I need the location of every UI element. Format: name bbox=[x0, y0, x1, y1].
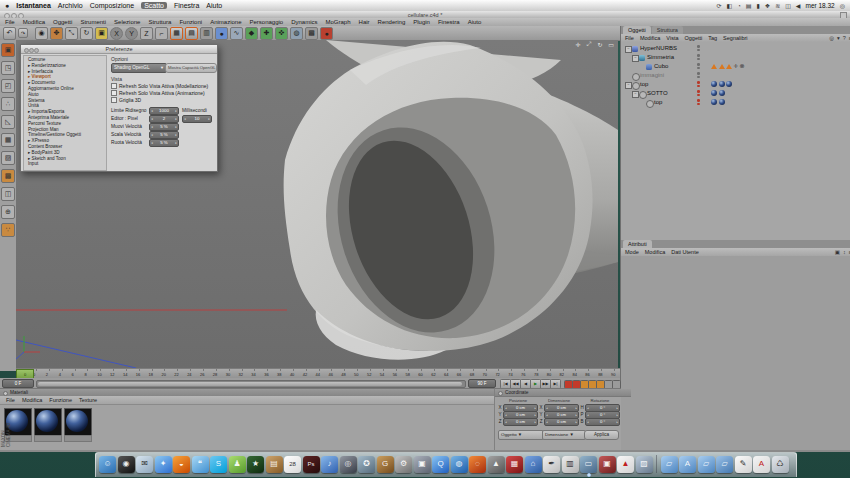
lock-z-axis-icon[interactable]: Z bbox=[140, 27, 153, 40]
dock-pdf-document[interactable]: A bbox=[753, 456, 770, 473]
material-tag-icon[interactable] bbox=[719, 99, 725, 105]
c4d-menu-dynamics[interactable]: Dynamics bbox=[291, 19, 317, 25]
dock-acrobat-reader[interactable]: ▲ bbox=[617, 456, 634, 473]
field-editor-pixel[interactable]: ◂2▸ bbox=[149, 115, 179, 123]
scale-tool-icon[interactable]: ⤡ bbox=[65, 27, 78, 40]
material-tag-icon[interactable] bbox=[711, 99, 717, 105]
c4d-menu-funzioni[interactable]: Funzioni bbox=[179, 19, 202, 25]
coord-field-rotazione-b[interactable]: ◂0 °▸ bbox=[585, 418, 620, 426]
phong-tag-icon[interactable] bbox=[711, 64, 717, 69]
orbit-view-icon[interactable]: ↻ bbox=[596, 41, 604, 48]
om-menu-tag[interactable]: Tag bbox=[708, 35, 717, 41]
search-icon[interactable]: ◎ bbox=[829, 35, 834, 41]
bookmark-icon[interactable]: ▾ bbox=[837, 35, 840, 41]
material-tag-icon[interactable] bbox=[719, 90, 725, 96]
add-spline-icon[interactable]: ∿ bbox=[230, 27, 243, 40]
c4d-menu-finestra[interactable]: Finestra bbox=[438, 19, 460, 25]
bluetooth-status-icon[interactable]: ❖ bbox=[765, 2, 770, 9]
redo-icon[interactable]: ↷ bbox=[18, 28, 28, 38]
render-picture-viewer-icon[interactable]: ▥ bbox=[200, 27, 213, 40]
dock-folder-stack[interactable]: ▱ bbox=[716, 456, 733, 473]
checkbox-refresh-solo-vista-attiva-modellazione-[interactable] bbox=[111, 83, 117, 89]
om-menu-modifica[interactable]: Modifica bbox=[640, 35, 660, 41]
edges-mode-icon[interactable]: ◺ bbox=[1, 115, 15, 129]
add-nurbs-icon[interactable]: ◆ bbox=[245, 27, 258, 40]
apply-button[interactable]: Applica bbox=[584, 430, 619, 440]
lock-y-axis-icon[interactable]: Y bbox=[125, 27, 138, 40]
dock-toast[interactable]: ◌ bbox=[469, 456, 486, 473]
visibility-dots[interactable] bbox=[697, 90, 700, 96]
c4d-menu-struttura[interactable]: Struttura bbox=[148, 19, 171, 25]
preferences-dialog[interactable]: Preferenze Comune▸ Renderizzazione▸ Inte… bbox=[20, 44, 218, 172]
texture-axis-mode-icon[interactable]: ◰ bbox=[1, 79, 15, 93]
field-limite-ridisegno[interactable]: ◂1000▸ bbox=[149, 107, 179, 115]
material-tag-icon[interactable] bbox=[711, 90, 717, 96]
dock-game-app[interactable]: ★ bbox=[247, 456, 264, 473]
menubar-item-composizione[interactable]: Composizione bbox=[90, 2, 134, 9]
volume-status-icon[interactable]: ◀ bbox=[796, 2, 801, 9]
history-icon[interactable]: ↕ bbox=[843, 249, 846, 255]
c4d-menu-aiuto[interactable]: Aiuto bbox=[468, 19, 482, 25]
c4d-menu-oggetti[interactable]: Oggetti bbox=[53, 19, 72, 25]
mat-menu-file[interactable]: File bbox=[6, 397, 15, 403]
expand-icon[interactable]: − bbox=[625, 46, 632, 53]
texture-mode-icon[interactable]: ▩ bbox=[1, 169, 15, 183]
axis-tag-icon[interactable]: ✛ bbox=[734, 63, 739, 69]
menubar-clock[interactable]: mer 18.32 bbox=[805, 2, 834, 9]
add-primitive-icon[interactable]: ● bbox=[215, 27, 228, 40]
dock-folder-downloads[interactable]: ▱ bbox=[698, 456, 715, 473]
om-menu-segnalibri[interactable]: Segnalibri bbox=[723, 35, 747, 41]
attr-menu-modifica[interactable]: Modifica bbox=[645, 249, 665, 255]
phong-tag-icon[interactable] bbox=[726, 64, 732, 69]
lock-x-axis-icon[interactable]: X bbox=[110, 27, 123, 40]
om-menu-vista[interactable]: Vista bbox=[666, 35, 678, 41]
shading-dropdown[interactable]: Shading OpenGL▼ bbox=[111, 63, 167, 73]
c4d-menu-plugin[interactable]: Plugin bbox=[413, 19, 430, 25]
timemachine-status-icon[interactable]: ◔ bbox=[737, 3, 741, 9]
mat-menu-texture[interactable]: Texture bbox=[79, 397, 97, 403]
c4d-menu-personaggio[interactable]: Personaggio bbox=[249, 19, 283, 25]
mat-menu-modifica[interactable]: Modifica bbox=[22, 397, 42, 403]
dock-ichat[interactable]: ❝ bbox=[192, 456, 209, 473]
zoom-view-icon[interactable]: ⤢ bbox=[585, 41, 593, 48]
dock-folder-documents[interactable]: ▱ bbox=[661, 456, 678, 473]
phong-tag-icon[interactable] bbox=[719, 64, 725, 69]
dock-picture-app[interactable]: ▣ bbox=[599, 456, 616, 473]
attr-menu-dati-utente[interactable]: Dati Utente bbox=[671, 249, 699, 255]
dock-system-preferences[interactable]: ⚙ bbox=[395, 456, 412, 473]
dock-safari[interactable]: ✦ bbox=[155, 456, 172, 473]
menubar-item-archivio[interactable]: Archivio bbox=[58, 2, 83, 9]
dock-notes-folder[interactable]: ▤ bbox=[266, 456, 283, 473]
expand-icon[interactable]: − bbox=[625, 82, 632, 89]
live-selection-icon[interactable]: ◉ bbox=[35, 27, 48, 40]
apple-menu-icon[interactable]: ● bbox=[5, 2, 9, 9]
pref-nav-input[interactable]: Input bbox=[24, 161, 106, 167]
dock-dashboard[interactable]: ◉ bbox=[118, 456, 135, 473]
material-2-thumbnail[interactable] bbox=[34, 408, 62, 436]
menubar-item-aiuto[interactable]: Aiuto bbox=[206, 2, 222, 9]
pan-view-icon[interactable]: ✛ bbox=[574, 41, 582, 48]
snap-settings-icon[interactable]: ▩ bbox=[305, 27, 318, 40]
visibility-dots[interactable] bbox=[697, 72, 700, 78]
material-tag-icon[interactable] bbox=[711, 81, 717, 87]
snap-mode-icon[interactable]: ∵ bbox=[1, 223, 15, 237]
dock-numbers[interactable]: ▥ bbox=[562, 456, 579, 473]
selection-tag-icon[interactable]: ⊗ bbox=[740, 63, 745, 69]
expand-icon[interactable]: − bbox=[632, 55, 639, 62]
object-hypernurbs[interactable]: HyperNURBS bbox=[640, 45, 677, 51]
add-modeling-icon[interactable]: ✚ bbox=[260, 27, 273, 40]
menubar-app-name[interactable]: Istantanea bbox=[16, 2, 51, 9]
dock-ical[interactable]: 28 bbox=[284, 456, 301, 473]
object-top[interactable]: top bbox=[640, 81, 648, 87]
dock-firefox[interactable]: ◒ bbox=[173, 456, 190, 473]
last-tool-icon[interactable]: ▣ bbox=[95, 27, 108, 40]
object-axis-mode-icon[interactable]: ⊕ bbox=[1, 205, 15, 219]
add-deformer-icon[interactable]: ✜ bbox=[275, 27, 288, 40]
c4d-menu-animazione[interactable]: Animazione bbox=[210, 19, 241, 25]
tab-oggetti[interactable]: Oggetti bbox=[623, 26, 651, 34]
dock-folder-applications[interactable]: A bbox=[679, 456, 696, 473]
tab-attributes[interactable]: Attributi bbox=[623, 240, 652, 248]
opengl-capabilities-button[interactable]: Mostra Capacità OpenGL bbox=[165, 63, 217, 73]
menubar-item-scatto[interactable]: Scatto bbox=[141, 2, 167, 9]
c4d-menu-file[interactable]: File bbox=[5, 19, 15, 25]
